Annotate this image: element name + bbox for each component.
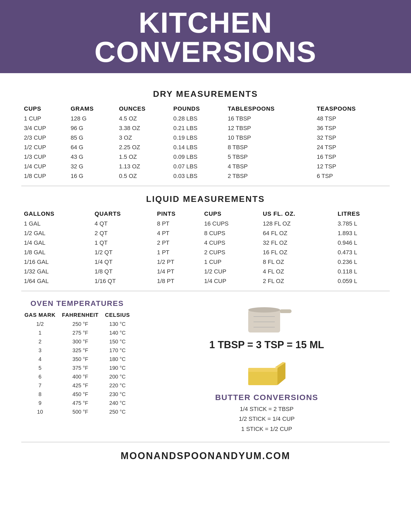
table-cell: 350 °F <box>59 355 102 364</box>
oven-col-fahrenheit: FAHRENHEIT <box>59 310 102 320</box>
oven-section: OVEN TEMPERATURES GAS MARK FAHRENHEIT CE… <box>21 299 133 419</box>
table-cell: 1/4 GAL <box>21 238 92 248</box>
dry-col-pounds: POUNDS <box>171 104 225 114</box>
table-cell: 1 CUP <box>202 257 260 267</box>
table-cell: 8 FL OZ <box>260 257 335 267</box>
table-row: 1/2 CUP64 G2.25 OZ0.14 LBS8 TBSP24 TSP <box>21 143 390 152</box>
table-cell: 64 G <box>68 143 116 152</box>
table-cell: 1/8 CUP <box>21 171 68 181</box>
table-cell: 4 TBSP <box>225 162 314 171</box>
table-cell: 1.893 L <box>335 228 390 238</box>
table-cell: 190 °C <box>102 364 133 372</box>
table-cell: 1 GAL <box>21 219 92 228</box>
table-cell: 0.19 LBS <box>171 133 225 143</box>
divider-liquid-bottom <box>21 291 390 291</box>
table-cell: 0.473 L <box>335 248 390 257</box>
table-cell: 2.25 OZ <box>116 143 171 152</box>
header-line1: KITCHEN <box>139 6 272 39</box>
table-cell: 2/3 CUP <box>21 133 68 143</box>
svg-rect-0 <box>280 309 292 313</box>
butter-lines: 1/4 STICK = 2 TBSP 1/2 STICK = 1/4 CUP 1… <box>239 404 295 434</box>
table-cell: 6 TSP <box>314 171 390 181</box>
table-cell: 250 °C <box>102 408 133 416</box>
table-cell: 16 FL OZ <box>260 248 335 257</box>
oven-table: GAS MARK FAHRENHEIT CELSIUS 1/2250 °F130… <box>21 310 133 416</box>
table-cell: 1/4 PT <box>154 267 201 276</box>
butter-line-2: 1/2 STICK = 1/4 CUP <box>239 414 295 424</box>
table-cell: 400 °F <box>59 372 102 381</box>
table-row: 6400 °F200 °C <box>21 372 133 381</box>
table-cell: 85 G <box>68 133 116 143</box>
oven-col-celsius: CELSIUS <box>102 310 133 320</box>
table-cell: 1 CUP <box>21 114 68 123</box>
dry-col-ounces: OUNCES <box>116 104 171 114</box>
svg-point-2 <box>248 307 280 313</box>
table-row: 8450 °F230 °C <box>21 390 133 399</box>
right-panel: 1 TBSP = 3 TSP = 15 ML BUTTER CONVERSION… <box>144 299 390 434</box>
table-cell: 8 TBSP <box>225 143 314 152</box>
table-cell: 1/2 CUP <box>202 267 260 276</box>
liquid-col-gallons: GALLONS <box>21 209 92 219</box>
table-cell: 6 <box>21 372 59 381</box>
table-row: 2/3 CUP85 G3 OZ0.19 LBS10 TBSP32 TSP <box>21 133 390 143</box>
table-cell: 180 °C <box>102 355 133 364</box>
table-cell: 250 °F <box>59 320 102 329</box>
table-cell: 1/2 <box>21 320 59 329</box>
table-cell: 48 TSP <box>314 114 390 123</box>
table-cell: 1/3 CUP <box>21 152 68 162</box>
dry-section-title: DRY MEASUREMENTS <box>21 89 390 99</box>
table-cell: 500 °F <box>59 408 102 416</box>
dry-section: DRY MEASUREMENTS CUPS GRAMS OUNCES POUND… <box>21 89 390 181</box>
table-cell: 0.059 L <box>335 276 390 286</box>
table-cell: 450 °F <box>59 390 102 399</box>
table-cell: 16 CUPS <box>202 219 260 228</box>
table-row: 1/4 GAL1 QT2 PT4 CUPS32 FL OZ0.946 L <box>21 238 390 248</box>
table-cell: 10 <box>21 408 59 416</box>
table-cell: 1 <box>21 329 59 337</box>
table-cell: 10 TBSP <box>225 133 314 143</box>
table-cell: 140 °C <box>102 329 133 337</box>
table-row: 9475 °F240 °C <box>21 399 133 408</box>
table-cell: 1 QT <box>92 238 155 248</box>
liquid-table-header-row: GALLONS QUARTS PINTS CUPS US FL. OZ. LIT… <box>21 209 390 219</box>
table-cell: 0.09 LBS <box>171 152 225 162</box>
table-cell: 170 °C <box>102 346 133 355</box>
table-cell: 128 FL OZ <box>260 219 335 228</box>
header-title: KITCHEN CONVERSIONS <box>5 8 406 66</box>
table-cell: 1.5 OZ <box>116 152 171 162</box>
table-cell: 96 G <box>68 123 116 133</box>
table-cell: 0.14 LBS <box>171 143 225 152</box>
table-cell: 0.118 L <box>335 267 390 276</box>
table-cell: 150 °C <box>102 337 133 346</box>
table-cell: 8 <box>21 390 59 399</box>
table-cell: 12 TSP <box>314 162 390 171</box>
table-cell: 16 G <box>68 171 116 181</box>
divider-dry-liquid <box>21 186 390 186</box>
table-row: 1/8 GAL1/2 QT1 PT2 CUPS16 FL OZ0.473 L <box>21 248 390 257</box>
table-cell: 0.07 LBS <box>171 162 225 171</box>
liquid-section-title: LIQUID MEASUREMENTS <box>21 194 390 204</box>
butter-illustration <box>243 357 291 390</box>
liquid-col-cups: CUPS <box>202 209 260 219</box>
table-row: 1/2 GAL2 QT4 PT8 CUPS64 FL OZ1.893 L <box>21 228 390 238</box>
header-line2: CONVERSIONS <box>94 35 317 68</box>
butter-line-3: 1 STICK = 1/2 CUP <box>239 424 295 434</box>
dry-col-tablespoons: TABLESPOONS <box>225 104 314 114</box>
table-cell: 1/2 PT <box>154 257 201 267</box>
main-content: DRY MEASUREMENTS CUPS GRAMS OUNCES POUND… <box>0 73 411 472</box>
dry-table: CUPS GRAMS OUNCES POUNDS TABLESPOONS TEA… <box>21 104 390 181</box>
table-row: 2300 °F150 °C <box>21 337 133 346</box>
table-row: 1/32 GAL1/8 QT1/4 PT1/2 CUP4 FL OZ0.118 … <box>21 267 390 276</box>
table-cell: 5 <box>21 364 59 372</box>
table-cell: 4 CUPS <box>202 238 260 248</box>
butter-line-1: 1/4 STICK = 2 TBSP <box>239 404 295 414</box>
table-cell: 32 FL OZ <box>260 238 335 248</box>
table-row: 3/4 CUP96 G3.38 OZ0.21 LBS12 TBSP36 TSP <box>21 123 390 133</box>
table-cell: 1/2 QT <box>92 248 155 257</box>
table-cell: 1/16 QT <box>92 276 155 286</box>
table-row: 3325 °F170 °C <box>21 346 133 355</box>
table-cell: 1.13 OZ <box>116 162 171 171</box>
dry-col-grams: GRAMS <box>68 104 116 114</box>
table-cell: 4.5 OZ <box>116 114 171 123</box>
table-cell: 0.21 LBS <box>171 123 225 133</box>
